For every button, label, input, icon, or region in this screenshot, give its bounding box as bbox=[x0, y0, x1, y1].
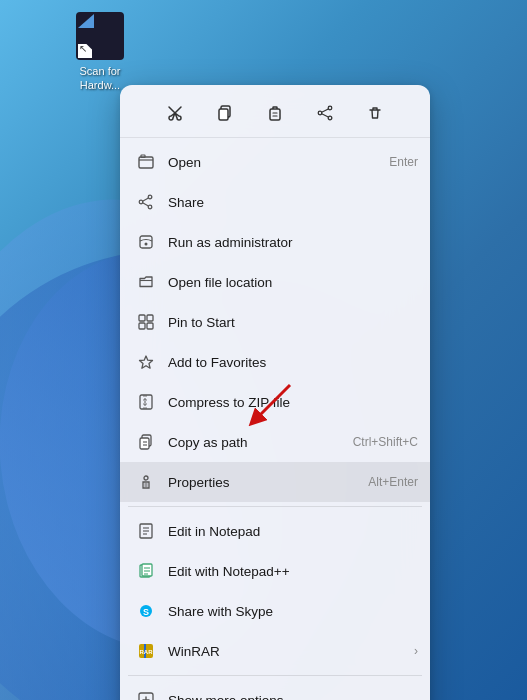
menu-item-properties[interactable]: Properties Alt+Enter bbox=[120, 462, 430, 502]
open-icon bbox=[132, 148, 160, 176]
menu-item-share[interactable]: Share bbox=[120, 182, 430, 222]
svg-point-10 bbox=[148, 195, 152, 199]
copy-path-icon bbox=[132, 428, 160, 456]
properties-icon bbox=[132, 468, 160, 496]
copy-path-label: Copy as path bbox=[168, 435, 345, 450]
open-location-icon bbox=[132, 268, 160, 296]
share-skype-label: Share with Skype bbox=[168, 604, 418, 619]
svg-rect-9 bbox=[141, 155, 145, 158]
edit-notepad-label: Edit in Notepad bbox=[168, 524, 418, 539]
run-admin-label: Run as administrator bbox=[168, 235, 418, 250]
svg-point-29 bbox=[144, 476, 148, 480]
menu-item-compress-zip[interactable]: Compress to ZIP file bbox=[120, 382, 430, 422]
shortcut-arrow-icon bbox=[78, 44, 92, 58]
svg-point-3 bbox=[328, 106, 332, 110]
compress-zip-label: Compress to ZIP file bbox=[168, 395, 418, 410]
menu-item-winrar[interactable]: RAR WinRAR › bbox=[120, 631, 430, 671]
svg-point-5 bbox=[328, 116, 332, 120]
icon-label: Scan for Hardw... bbox=[80, 64, 121, 93]
share-icon bbox=[132, 188, 160, 216]
winrar-label: WinRAR bbox=[168, 644, 406, 659]
menu-item-share-skype[interactable]: S Share with Skype bbox=[120, 591, 430, 631]
icon-thumbnail bbox=[76, 12, 124, 60]
copy-path-shortcut: Ctrl+Shift+C bbox=[353, 435, 418, 449]
context-menu-toolbar bbox=[120, 91, 430, 138]
svg-rect-18 bbox=[147, 315, 153, 321]
svg-text:S: S bbox=[143, 607, 149, 617]
svg-rect-20 bbox=[147, 323, 153, 329]
show-more-label: Show more options bbox=[168, 693, 418, 701]
edit-notepadpp-icon bbox=[132, 557, 160, 585]
menu-item-pin-start[interactable]: Pin to Start bbox=[120, 302, 430, 342]
add-favorites-icon bbox=[132, 348, 160, 376]
menu-item-edit-notepad[interactable]: Edit in Notepad bbox=[120, 511, 430, 551]
svg-line-6 bbox=[322, 109, 329, 112]
svg-rect-19 bbox=[139, 323, 145, 329]
share-skype-icon: S bbox=[132, 597, 160, 625]
svg-rect-15 bbox=[140, 236, 152, 248]
svg-line-14 bbox=[143, 203, 149, 206]
svg-rect-17 bbox=[139, 315, 145, 321]
svg-rect-26 bbox=[140, 438, 149, 449]
desktop-icon-scan[interactable]: Scan for Hardw... bbox=[60, 12, 140, 93]
menu-item-copy-path[interactable]: Copy as path Ctrl+Shift+C bbox=[120, 422, 430, 462]
edit-notepadpp-label: Edit with Notepad++ bbox=[168, 564, 418, 579]
compress-zip-icon bbox=[132, 388, 160, 416]
svg-rect-2 bbox=[270, 109, 280, 120]
svg-point-4 bbox=[318, 111, 322, 115]
svg-line-13 bbox=[143, 198, 149, 201]
separator-1 bbox=[128, 506, 422, 507]
winrar-icon: RAR bbox=[132, 637, 160, 665]
properties-label: Properties bbox=[168, 475, 360, 490]
svg-rect-1 bbox=[219, 109, 228, 120]
menu-item-open[interactable]: Open Enter bbox=[120, 142, 430, 182]
svg-line-7 bbox=[322, 114, 329, 117]
menu-item-open-location[interactable]: Open file location bbox=[120, 262, 430, 302]
menu-item-edit-notepadpp[interactable]: Edit with Notepad++ bbox=[120, 551, 430, 591]
menu-item-show-more[interactable]: Show more options bbox=[120, 680, 430, 700]
delete-toolbar-button[interactable] bbox=[359, 97, 391, 129]
add-favorites-label: Add to Favorites bbox=[168, 355, 418, 370]
open-label: Open bbox=[168, 155, 381, 170]
share-toolbar-button[interactable] bbox=[309, 97, 341, 129]
menu-item-add-favorites[interactable]: Add to Favorites bbox=[120, 342, 430, 382]
pin-start-label: Pin to Start bbox=[168, 315, 418, 330]
svg-text:RAR: RAR bbox=[140, 649, 154, 655]
cut-toolbar-button[interactable] bbox=[159, 97, 191, 129]
separator-2 bbox=[128, 675, 422, 676]
copy-toolbar-button[interactable] bbox=[209, 97, 241, 129]
edit-notepad-icon bbox=[132, 517, 160, 545]
run-admin-icon bbox=[132, 228, 160, 256]
svg-point-16 bbox=[145, 243, 148, 246]
menu-item-run-admin[interactable]: Run as administrator bbox=[120, 222, 430, 262]
winrar-submenu-arrow: › bbox=[414, 644, 418, 658]
svg-point-12 bbox=[148, 205, 152, 209]
pin-start-icon bbox=[132, 308, 160, 336]
paste-toolbar-button[interactable] bbox=[259, 97, 291, 129]
open-shortcut: Enter bbox=[389, 155, 418, 169]
svg-rect-8 bbox=[139, 157, 153, 168]
properties-shortcut: Alt+Enter bbox=[368, 475, 418, 489]
context-menu: Open Enter Share Run as administrator bbox=[120, 85, 430, 700]
share-label: Share bbox=[168, 195, 418, 210]
open-location-label: Open file location bbox=[168, 275, 418, 290]
svg-point-11 bbox=[139, 200, 143, 204]
show-more-icon bbox=[132, 686, 160, 700]
